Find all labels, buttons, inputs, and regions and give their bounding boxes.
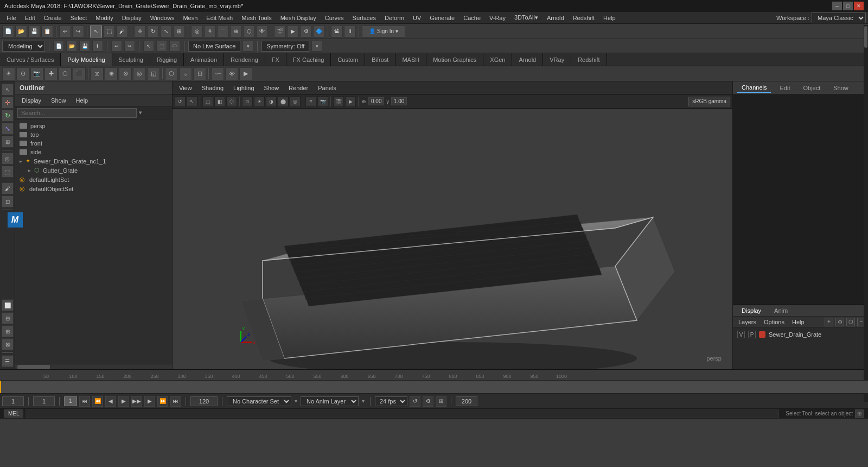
step-forward-button[interactable]: ⏩: [157, 396, 168, 407]
tab-rigging[interactable]: Rigging: [150, 53, 184, 66]
vt-dof-button[interactable]: ◎: [290, 96, 301, 107]
menu-mesh-display[interactable]: Mesh Display: [276, 14, 321, 22]
right-scroll-thumb[interactable]: [864, 26, 867, 48]
maximize-button[interactable]: □: [843, 2, 853, 10]
menu-generate[interactable]: Generate: [425, 14, 459, 22]
save-as-button[interactable]: 📋: [41, 26, 53, 37]
next-frame-button[interactable]: ▶: [144, 396, 155, 407]
menu-vray[interactable]: V-Ray: [485, 14, 510, 22]
shelf-cube-button[interactable]: ⬛: [73, 67, 86, 80]
save-sm-button[interactable]: 💾: [79, 41, 90, 52]
loop-select-button[interactable]: ⬭: [169, 41, 180, 52]
list-item[interactable]: ◎ defaultLightSet: [15, 175, 172, 184]
list-button[interactable]: ☰: [2, 355, 14, 367]
channel-tab-edit[interactable]: Edit: [775, 84, 794, 92]
vt-light-button[interactable]: ☀: [254, 96, 265, 107]
tab-sculpting[interactable]: Sculpting: [112, 53, 150, 66]
display-modes-3[interactable]: ⊞: [2, 325, 14, 337]
menu-uv[interactable]: UV: [409, 14, 425, 22]
universal-manip-button[interactable]: ⊞: [173, 26, 185, 37]
layer-color-swatch[interactable]: [759, 331, 765, 338]
menu-mesh-tools[interactable]: Mesh Tools: [237, 14, 276, 22]
menu-edit-mesh[interactable]: Edit Mesh: [202, 14, 237, 22]
layer-menu-layers[interactable]: Layers: [735, 318, 760, 326]
shelf-geo-button[interactable]: ⬡: [59, 67, 72, 80]
h-scroll-thumb[interactable]: [17, 365, 50, 369]
shelf-camera-button[interactable]: 📷: [30, 67, 43, 80]
color-space-display[interactable]: sRGB gamma: [688, 97, 730, 106]
no-live-surface-display[interactable]: No Live Surface: [188, 41, 240, 52]
menu-edit[interactable]: Edit: [21, 14, 40, 22]
menu-redshift[interactable]: Redshift: [569, 14, 599, 22]
menu-display[interactable]: Display: [118, 14, 146, 22]
vt-render-icon[interactable]: 🎬: [333, 96, 344, 107]
snap-to-surface-button[interactable]: ⬡: [243, 26, 255, 37]
mel-command-input[interactable]: [25, 409, 780, 418]
outliner-menu-display[interactable]: Display: [17, 96, 46, 105]
timeline-playhead[interactable]: [0, 381, 1, 393]
layer-menu-help[interactable]: Help: [789, 318, 808, 326]
menu-mesh[interactable]: Mesh: [178, 14, 202, 22]
menu-deform[interactable]: Deform: [380, 14, 409, 22]
ipr-render-button[interactable]: ▶: [287, 26, 299, 37]
vt-isolate-button[interactable]: ⊙: [242, 96, 253, 107]
vp-menu-shading[interactable]: Shading: [197, 84, 228, 92]
paint-select-button[interactable]: 🖌: [116, 26, 128, 37]
snap-to-view-button[interactable]: 👁: [256, 26, 268, 37]
shelf-subdiv-button[interactable]: ◱: [147, 67, 160, 80]
range-end-display[interactable]: 120: [190, 396, 218, 406]
play-button[interactable]: ▶: [118, 396, 129, 407]
tab-curves-surfaces[interactable]: Curves / Surfaces: [0, 53, 61, 66]
play-blast-button[interactable]: 📽: [331, 26, 343, 37]
status-options-button[interactable]: ⊞: [855, 409, 864, 418]
shelf-smooth-button[interactable]: ◎: [133, 67, 146, 80]
tab-mash[interactable]: MASH: [395, 53, 426, 66]
sign-in-area-button[interactable]: 👤 Sign In ▾: [362, 26, 405, 37]
rotate-tool-button[interactable]: ↻: [147, 26, 159, 37]
undo-button[interactable]: ↩: [59, 26, 71, 37]
vt-ao-button[interactable]: ⬤: [278, 96, 289, 107]
vt-camera-button[interactable]: 📷: [317, 96, 328, 107]
list-item[interactable]: ▸ ⬡ Gutter_Grate: [15, 166, 172, 175]
list-item[interactable]: ◎ defaultObjectSet: [15, 184, 172, 193]
layer-tab-anim[interactable]: Anim: [770, 306, 792, 315]
go-end-button[interactable]: ⏭: [170, 396, 181, 407]
channel-tab-object[interactable]: Object: [799, 84, 825, 92]
layer-add-button[interactable]: +: [825, 318, 833, 326]
list-item[interactable]: persp: [15, 122, 172, 130]
redo-button[interactable]: ↪: [72, 26, 84, 37]
move-tool-lt[interactable]: ✛: [2, 97, 14, 109]
refresh-button[interactable]: ↺: [410, 396, 420, 407]
menu-file[interactable]: File: [2, 14, 21, 22]
layer-playback-toggle[interactable]: P: [748, 331, 756, 338]
vt-shadow-button[interactable]: ◑: [266, 96, 277, 107]
fps-dropdown[interactable]: 24 fps: [375, 396, 407, 406]
paint-lt[interactable]: 🖌: [2, 182, 14, 194]
undo-sm-button[interactable]: ↩: [111, 41, 122, 52]
display-modes-4[interactable]: ⊠: [2, 338, 14, 350]
go-start-button[interactable]: ⏮: [79, 396, 90, 407]
tab-arnold[interactable]: Arnold: [512, 53, 543, 66]
symmetry-display[interactable]: Symmetry: Off: [261, 41, 309, 52]
tab-redshift[interactable]: Redshift: [571, 53, 607, 66]
live-surface-options[interactable]: ▾: [242, 41, 253, 52]
timeline-frames[interactable]: [0, 381, 868, 394]
menu-cache[interactable]: Cache: [459, 14, 485, 22]
save-scene-button[interactable]: 💾: [28, 26, 40, 37]
play-forward-button[interactable]: ▶▶: [131, 396, 142, 407]
menu-curves[interactable]: Curves: [321, 14, 348, 22]
timeline-options2-button[interactable]: ⊞: [436, 396, 446, 407]
layer-options-button[interactable]: ⚙: [835, 318, 844, 326]
lasso-lt[interactable]: ⬚: [2, 166, 14, 178]
vt-shaded-button[interactable]: ◧: [214, 96, 225, 107]
tab-motion-graphics[interactable]: Motion Graphics: [426, 53, 483, 66]
vt-refresh-button[interactable]: ↺: [175, 96, 186, 107]
prev-frame-button[interactable]: ◀: [105, 396, 116, 407]
workspace-dropdown[interactable]: Maya Classic: [812, 12, 866, 23]
shelf-locator-button[interactable]: ✚: [44, 67, 58, 80]
select-tool-lt[interactable]: ↖: [2, 84, 14, 96]
snap-to-grid-button[interactable]: #: [204, 26, 216, 37]
shelf-separate-button[interactable]: ⊗: [119, 67, 132, 80]
timeline-options-button[interactable]: ⚙: [423, 396, 433, 407]
tab-bifrost[interactable]: Bifrost: [365, 53, 395, 66]
